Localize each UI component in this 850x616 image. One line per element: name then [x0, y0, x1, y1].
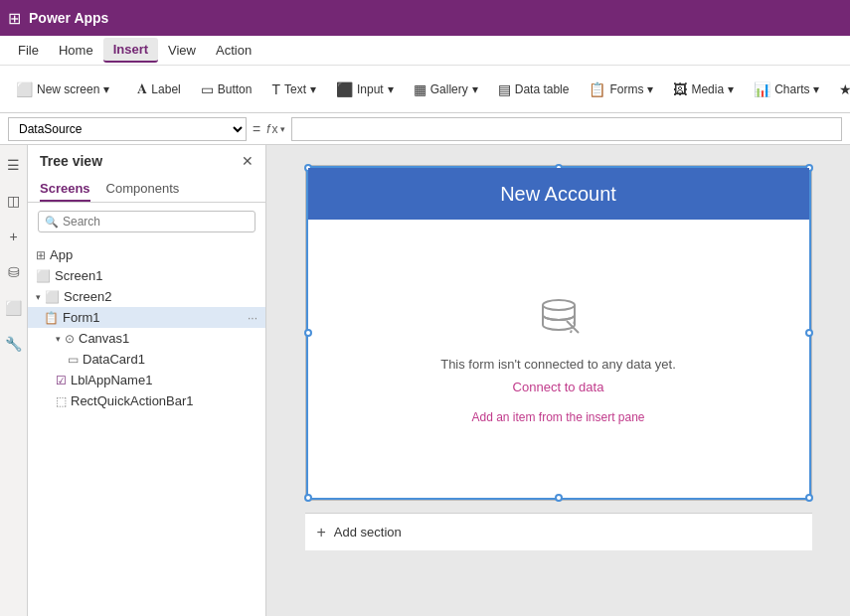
app-icon: ⊞	[36, 248, 46, 262]
formula-fx: fx ▾	[266, 122, 284, 136]
tree-item-label-canvas1: Canvas1	[79, 331, 129, 346]
add-section-label: Add section	[334, 525, 402, 539]
lblappname1-icon: ☑	[56, 374, 67, 387]
tree-content: ⊞ App ⬜ Screen1 ▾ ⬜ Screen2 📋 Form1 ···	[28, 240, 265, 616]
add-section-plus-icon: +	[317, 524, 326, 541]
new-screen-icon: ⬜	[16, 81, 33, 97]
menu-view[interactable]: View	[158, 39, 206, 62]
forms-icon: 📋	[589, 81, 605, 97]
sidebar-layers-icon[interactable]: ◫	[2, 189, 26, 213]
tree-tab-screens[interactable]: Screens	[40, 177, 90, 202]
media-icon: 🖼	[673, 81, 687, 97]
menu-insert[interactable]: Insert	[103, 38, 158, 63]
app-header: New Account	[308, 168, 809, 220]
app-header-title: New Account	[500, 183, 616, 206]
screen1-icon: ⬜	[36, 269, 51, 283]
ribbon-forms[interactable]: 📋 Forms ▾	[581, 77, 661, 101]
tree-item-screen1[interactable]: ⬜ Screen1	[28, 265, 265, 286]
tree-item-label-rectquickactionbar1: RectQuickActionBar1	[71, 393, 194, 408]
form-insert-hint: Add an item from the insert pane	[471, 410, 644, 424]
sidebar-add-icon[interactable]: +	[2, 225, 26, 248]
screen2-icon: ⬜	[45, 290, 60, 304]
sidebar-data-icon[interactable]: ⛁	[2, 260, 26, 284]
tree-tab-components[interactable]: Components	[106, 177, 180, 202]
tree-tabs: Screens Components	[28, 177, 265, 203]
ribbon-button[interactable]: ▭ Button	[193, 77, 260, 101]
input-caret: ▾	[388, 82, 394, 96]
icons-icon: ★	[839, 81, 850, 97]
tree-item-form1[interactable]: 📋 Form1 ···	[28, 307, 265, 328]
sidebar-menu-icon[interactable]: ☰	[2, 153, 26, 177]
form-empty-message: This form isn't connected to any data ye…	[440, 357, 676, 372]
sidebar-monitor-icon[interactable]: ⬜	[2, 296, 26, 320]
tree-panel: Tree view ✕ Screens Components 🔍 ⊞ App ⬜…	[28, 145, 266, 616]
sidebar-wrench-icon[interactable]: 🔧	[2, 332, 26, 356]
form-body: This form isn't connected to any data ye…	[308, 220, 809, 498]
formula-select[interactable]: DataSource	[8, 117, 247, 141]
formula-input[interactable]	[291, 117, 842, 141]
ribbon: ⬜ New screen ▾ 𝐀 Label ▭ Button T Text ▾…	[0, 66, 850, 113]
menu-home[interactable]: Home	[49, 39, 103, 62]
ribbon-input[interactable]: ⬛ Input ▾	[328, 77, 402, 101]
ribbon-text[interactable]: T Text ▾	[263, 77, 324, 101]
tree-item-screen2[interactable]: ▾ ⬜ Screen2	[28, 286, 265, 307]
media-caret: ▾	[728, 82, 734, 96]
add-section-bar[interactable]: + Add section	[305, 513, 812, 550]
tree-item-label-screen1: Screen1	[55, 268, 102, 283]
ribbon-data-table[interactable]: ▤ Data table	[490, 77, 578, 101]
title-bar: ⊞ Power Apps	[0, 0, 850, 36]
tree-item-app[interactable]: ⊞ App	[28, 244, 265, 265]
form-connect-link[interactable]: Connect to data	[513, 380, 604, 394]
charts-caret: ▾	[813, 82, 819, 96]
datacard1-icon: ▭	[68, 353, 79, 367]
ribbon-new-screen[interactable]: ⬜ New screen ▾	[8, 77, 117, 101]
tree-header: Tree view ✕	[28, 145, 265, 177]
menu-file[interactable]: File	[8, 39, 49, 62]
formula-bar: DataSource = fx ▾	[0, 113, 850, 145]
app-name: Power Apps	[29, 10, 108, 26]
tree-view-title: Tree view	[40, 153, 102, 169]
canvas-area[interactable]: New Account This form isn't connected to…	[266, 145, 850, 616]
tree-item-datacard1[interactable]: ▭ DataCard1	[28, 349, 265, 370]
screen2-chevron: ▾	[36, 292, 41, 302]
tree-item-lblappname1[interactable]: ☑ LblAppName1	[28, 370, 265, 390]
label-icon: 𝐀	[137, 80, 147, 97]
input-icon: ⬛	[336, 81, 353, 97]
tree-item-canvas1[interactable]: ▾ ⊙ Canvas1	[28, 328, 265, 349]
ribbon-charts[interactable]: 📊 Charts ▾	[746, 77, 827, 101]
main-content: ☰ ◫ + ⛁ ⬜ 🔧 Tree view ✕ Screens Componen…	[0, 145, 850, 616]
menu-action[interactable]: Action	[206, 39, 261, 62]
tree-item-rectquickactionbar1[interactable]: ⬚ RectQuickActionBar1	[28, 390, 265, 411]
form1-icon: 📋	[44, 311, 59, 325]
tree-item-label-screen2: Screen2	[64, 289, 111, 304]
ribbon-icons[interactable]: ★ Icons ▾	[831, 77, 850, 101]
tree-item-label-form1: Form1	[63, 310, 100, 325]
text-caret: ▾	[310, 82, 316, 96]
tree-item-label-lblappname1: LblAppName1	[71, 373, 152, 387]
data-table-icon: ▤	[498, 81, 511, 97]
left-sidebar: ☰ ◫ + ⛁ ⬜ 🔧	[0, 145, 28, 616]
new-screen-caret: ▾	[103, 82, 109, 96]
form1-more-button[interactable]: ···	[248, 311, 257, 325]
svg-point-0	[543, 300, 575, 310]
tree-search-box[interactable]: 🔍	[38, 211, 255, 232]
formula-equals: =	[253, 121, 260, 137]
canvas1-chevron: ▾	[56, 334, 61, 344]
ribbon-media[interactable]: 🖼 Media ▾	[665, 77, 742, 101]
app-canvas: New Account This form isn't connected to…	[305, 165, 812, 501]
charts-icon: 📊	[754, 81, 770, 97]
search-icon: 🔍	[45, 216, 59, 229]
gallery-caret: ▾	[472, 82, 478, 96]
button-icon: ▭	[201, 81, 214, 97]
tree-item-label-datacard1: DataCard1	[83, 352, 145, 367]
ribbon-label[interactable]: 𝐀 Label	[129, 77, 188, 101]
rectquickactionbar1-icon: ⬚	[56, 394, 67, 408]
search-input[interactable]	[63, 215, 249, 229]
tree-close-button[interactable]: ✕	[242, 153, 254, 169]
forms-caret: ▾	[647, 82, 653, 96]
form-container[interactable]: New Account This form isn't connected to…	[306, 166, 811, 500]
gallery-icon: ▦	[414, 81, 426, 97]
ribbon-gallery[interactable]: ▦ Gallery ▾	[406, 77, 486, 101]
waffle-icon[interactable]: ⊞	[8, 9, 21, 28]
tree-item-label-app: App	[50, 247, 73, 262]
